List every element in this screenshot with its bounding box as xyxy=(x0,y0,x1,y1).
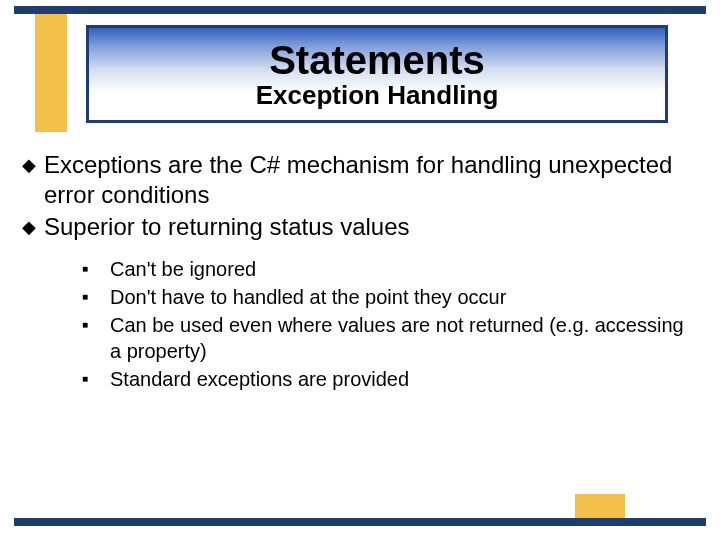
content-area: ◆ Exceptions are the C# mechanism for ha… xyxy=(20,150,690,394)
bullet-item: ◆ Exceptions are the C# mechanism for ha… xyxy=(20,150,690,210)
sub-bullet-text: Can't be ignored xyxy=(110,256,256,282)
square-bullet-icon: ■ xyxy=(82,284,110,310)
sub-bullet-item: ■ Standard exceptions are provided xyxy=(82,366,690,392)
bullet-item: ◆ Superior to returning status values xyxy=(20,212,690,242)
sub-bullet-item: ■ Can be used even where values are not … xyxy=(82,312,690,364)
sub-bullet-text: Can be used even where values are not re… xyxy=(110,312,690,364)
bullet-text: Exceptions are the C# mechanism for hand… xyxy=(44,150,690,210)
diamond-bullet-icon: ◆ xyxy=(20,212,44,242)
bullet-text: Superior to returning status values xyxy=(44,212,410,242)
gold-accent-bottom xyxy=(575,494,625,518)
gold-accent-top xyxy=(35,14,67,132)
sub-bullet-list: ■ Can't be ignored ■ Don't have to handl… xyxy=(82,256,690,392)
bottom-rule xyxy=(14,518,706,526)
sub-bullet-text: Standard exceptions are provided xyxy=(110,366,409,392)
square-bullet-icon: ■ xyxy=(82,312,110,338)
sub-bullet-item: ■ Don't have to handled at the point the… xyxy=(82,284,690,310)
slide-subtitle: Exception Handling xyxy=(256,81,499,110)
square-bullet-icon: ■ xyxy=(82,256,110,282)
title-box: Statements Exception Handling xyxy=(86,25,668,123)
square-bullet-icon: ■ xyxy=(82,366,110,392)
slide-title: Statements xyxy=(269,39,485,81)
sub-bullet-text: Don't have to handled at the point they … xyxy=(110,284,506,310)
sub-bullet-item: ■ Can't be ignored xyxy=(82,256,690,282)
top-rule xyxy=(14,6,706,14)
diamond-bullet-icon: ◆ xyxy=(20,150,44,180)
